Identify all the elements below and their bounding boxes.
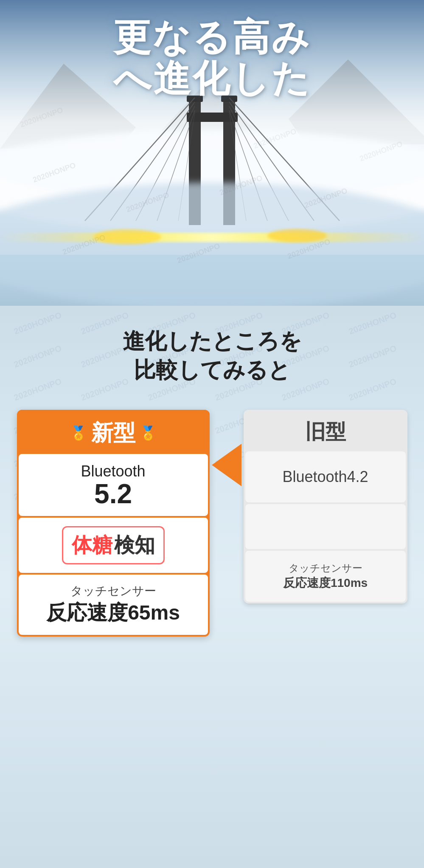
- old-touch-row: タッチセンサー 反応速度110ms: [245, 551, 406, 602]
- old-touch-speed: 反応速度110ms: [283, 575, 368, 591]
- new-bluetooth-version: 5.2: [94, 480, 132, 507]
- hero-title-line2: へ進化した: [0, 58, 424, 99]
- svg-rect-24: [0, 233, 424, 242]
- old-bluetooth-row: Bluetooth4.2: [245, 451, 406, 502]
- hero-section: 2020HONPO 2020HONPO 2020HONPO 2020HONPO …: [0, 0, 424, 306]
- hero-title: 更なる高み へ進化した: [0, 17, 424, 99]
- new-touch-speed: 反応速度65ms: [46, 599, 180, 626]
- old-empty-row: [245, 504, 406, 549]
- laurel-left-icon: 🏅: [70, 425, 87, 441]
- old-card-header: 旧型: [244, 410, 407, 450]
- new-model-card: 🏅 新型 🏅 Bluetooth 5.2 体糖 検知 タッチセンサー 反応速度6…: [17, 410, 210, 637]
- comparison-title-line1: 進化したところを: [13, 327, 411, 356]
- blood-sugar-badge: 体糖 検知: [62, 526, 165, 564]
- laurel-right-icon: 🏅: [140, 425, 157, 441]
- blood-sugar-text2: 検知: [114, 532, 155, 559]
- svg-rect-23: [0, 255, 424, 306]
- new-card-header: 🏅 新型 🏅: [17, 410, 210, 452]
- new-model-label: 新型: [91, 418, 135, 448]
- new-touch-label: タッチセンサー: [70, 583, 156, 599]
- old-bluetooth-text: Bluetooth4.2: [282, 468, 368, 486]
- arrow-icon: [212, 444, 241, 486]
- comparison-grid: 🏅 新型 🏅 Bluetooth 5.2 体糖 検知 タッチセンサー 反応速度6…: [17, 410, 407, 637]
- comparison-title: 進化したところを 比較してみると: [13, 327, 411, 384]
- blood-sugar-text1: 体糖: [72, 532, 112, 559]
- new-bluetooth-label: Bluetooth: [81, 462, 145, 480]
- bottom-section: 2020HONPO2020HONPO2020HONPO2020HONPO 202…: [0, 306, 424, 868]
- comparison-title-line2: 比較してみると: [13, 356, 411, 385]
- new-blood-sugar-row: 体糖 検知: [19, 518, 208, 573]
- comparison-arrow: [210, 410, 244, 486]
- old-touch-label: タッチセンサー: [289, 561, 362, 575]
- hero-title-line1: 更なる高み: [0, 17, 424, 58]
- old-model-card: 旧型 Bluetooth4.2 タッチセンサー 反応速度110ms: [244, 410, 407, 603]
- old-model-label: 旧型: [305, 420, 346, 443]
- svg-point-26: [267, 229, 327, 242]
- new-touch-row: タッチセンサー 反応速度65ms: [19, 575, 208, 635]
- new-bluetooth-row: Bluetooth 5.2: [19, 454, 208, 516]
